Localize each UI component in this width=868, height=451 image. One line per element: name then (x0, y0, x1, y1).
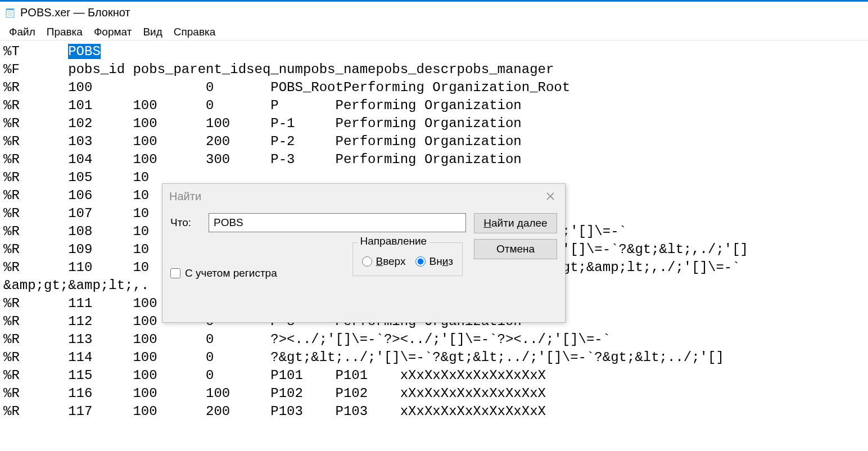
menu-edit[interactable]: Правка (41, 25, 88, 39)
find-dir-down-radio[interactable] (415, 256, 426, 267)
titlebar: POBS.xer — Блокнот (0, 0, 868, 24)
editor-line: %R 114 100 0 ?&gt;&lt;../;'[]\=-`?&gt;&l… (3, 349, 865, 367)
window-title: POBS.xer — Блокнот (20, 6, 130, 19)
svg-rect-1 (6, 8, 14, 10)
find-dir-down[interactable]: Вниз (415, 255, 453, 268)
menu-format[interactable]: Формат (88, 25, 138, 39)
editor-line: %R 113 100 0 ?><../;'[]\=-`?><../;'[]\=-… (3, 331, 865, 349)
editor-line: %R 117 100 200 P103 P103 xXxXxXxXxXxXxXx… (3, 403, 865, 421)
find-case-input[interactable] (170, 268, 180, 278)
find-dir-up[interactable]: Вверх (362, 255, 405, 268)
editor-line: %R 102 100 100 P-1 Performing Organizati… (3, 115, 865, 133)
find-what-input[interactable] (209, 213, 466, 232)
notepad-icon (4, 7, 16, 19)
find-dialog: Найти Что: С учетом регистра Направление (162, 183, 566, 323)
find-cancel-button[interactable]: Отмена (474, 239, 557, 259)
editor-line: %R 115 100 0 P101 P101 xXxXxXxXxXxXxXxXx… (3, 367, 865, 385)
menu-help[interactable]: Справка (168, 25, 221, 39)
find-dialog-title: Найти (169, 190, 201, 203)
editor-line: %R 104 100 300 P-3 Performing Organizati… (3, 151, 865, 169)
find-dialog-titlebar: Найти (162, 184, 565, 209)
find-case-label: С учетом регистра (185, 267, 277, 279)
find-what-label: Что: (170, 217, 202, 229)
find-case-checkbox[interactable]: С учетом регистра (170, 267, 277, 279)
find-direction-label: Направление (358, 235, 429, 247)
selection: POBS (68, 44, 101, 59)
editor-line: %R 101 100 0 P Performing Organization (3, 97, 865, 115)
editor-line: %R 103 100 200 P-2 Performing Organizati… (3, 133, 865, 151)
menubar: Файл Правка Формат Вид Справка (0, 24, 868, 40)
find-dir-up-radio[interactable] (362, 256, 372, 267)
menu-view[interactable]: Вид (137, 25, 168, 39)
editor-line: %F pobs_id pobs_parent_idseq_numpobs_nam… (3, 61, 865, 79)
find-next-button[interactable]: Найти далее (474, 213, 557, 233)
close-icon[interactable] (542, 188, 558, 204)
editor-line: %R 116 100 100 P102 P102 xXxXxXxXxXxXxXx… (3, 385, 865, 403)
menu-file[interactable]: Файл (3, 25, 41, 39)
find-direction-group: Направление Вверх Вниз (352, 242, 463, 276)
editor-line: %T POBS (3, 43, 865, 61)
editor-line: %R 100 0 POBS_RootPerforming Organizatio… (3, 79, 865, 97)
